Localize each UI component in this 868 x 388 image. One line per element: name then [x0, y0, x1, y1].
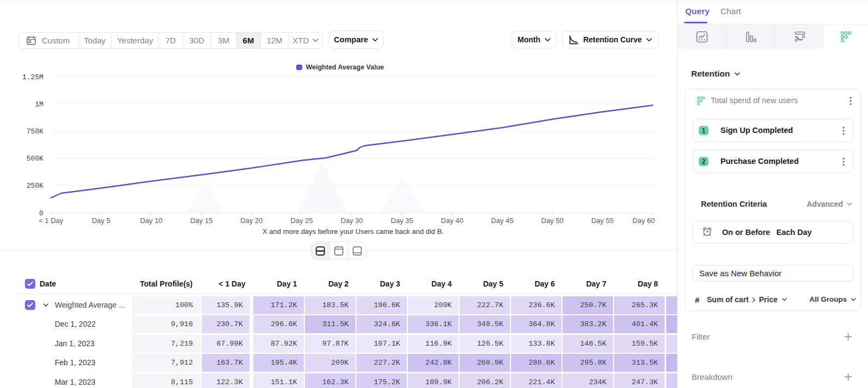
svg-text:Day 40: Day 40: [441, 217, 463, 225]
svg-text:Day 15: Day 15: [190, 217, 213, 225]
svg-text:750K: 750K: [27, 128, 43, 136]
svg-text:< 1 Day: < 1 Day: [39, 217, 63, 225]
svg-text:Day 60: Day 60: [633, 217, 655, 225]
svg-text:Day 55: Day 55: [591, 217, 614, 225]
svg-text:1M: 1M: [35, 100, 43, 109]
svg-text:Day 50: Day 50: [541, 217, 564, 225]
svg-text:Day 35: Day 35: [391, 217, 413, 225]
svg-text:250K: 250K: [27, 182, 43, 190]
svg-text:Day 10: Day 10: [140, 217, 162, 225]
svg-text:Day 30: Day 30: [341, 217, 363, 225]
svg-text:Day 45: Day 45: [491, 217, 513, 225]
svg-text:Day 5: Day 5: [92, 217, 110, 225]
svg-text:1.25M: 1.25M: [22, 73, 43, 81]
svg-text:500K: 500K: [27, 155, 43, 163]
svg-text:Day 20: Day 20: [240, 217, 263, 225]
svg-text:Day 25: Day 25: [290, 217, 312, 225]
